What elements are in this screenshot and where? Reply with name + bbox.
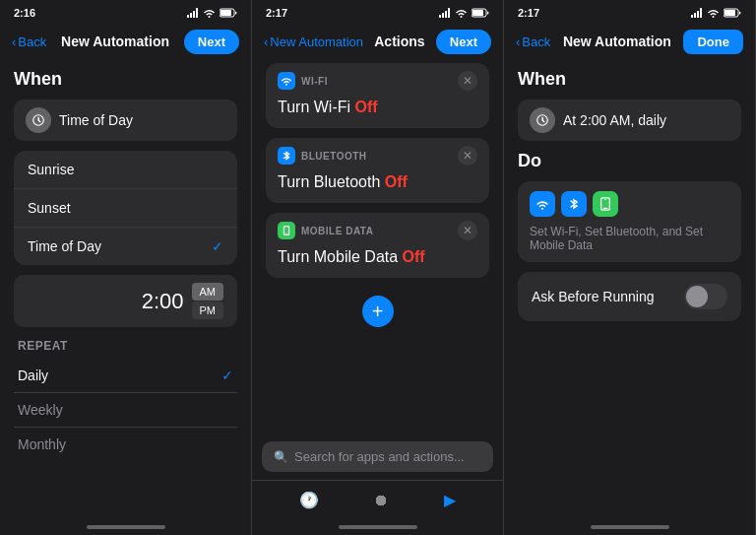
wifi-icon-2 (455, 8, 468, 18)
action-header-left-bt: BLUETOOTH (278, 147, 367, 165)
add-action-button[interactable]: + (362, 296, 394, 327)
wifi-close-button[interactable]: ✕ (458, 71, 477, 91)
dropdown-container: Sunrise Sunset Time of Day ✓ (14, 151, 237, 265)
am-button[interactable]: AM (192, 283, 224, 301)
pm-button[interactable]: PM (192, 301, 224, 319)
action-card-mobile: MOBILE DATA ✕ Turn Mobile Data Off (266, 213, 489, 278)
dropdown-item-timeofday[interactable]: Time of Day ✓ (14, 228, 237, 265)
chevron-left-icon: ‹ (12, 34, 16, 49)
add-btn-container: + (266, 288, 489, 335)
repeat-label: REPEAT (14, 339, 237, 353)
bluetooth-action-icon (278, 147, 295, 165)
clock-toolbar-icon[interactable]: 🕐 (299, 491, 319, 509)
repeat-section: REPEAT Daily ✓ Weekly Monthly (14, 339, 237, 461)
status-icons-1 (187, 8, 237, 18)
nav-bar-1: ‹ Back New Automation Next (0, 24, 251, 63)
dropdown-item-sunset[interactable]: Sunset (14, 189, 237, 228)
svg-rect-10 (448, 8, 450, 18)
wifi-off-label: Off (355, 99, 378, 115)
svg-rect-1 (190, 13, 192, 18)
back-button-2[interactable]: ‹ New Automation (264, 34, 363, 49)
svg-rect-18 (700, 8, 702, 18)
svg-rect-3 (196, 8, 198, 18)
svg-rect-9 (445, 11, 447, 18)
repeat-monthly[interactable]: Monthly (14, 428, 237, 461)
mobile-close-button[interactable]: ✕ (458, 221, 477, 240)
done-button[interactable]: Done (683, 30, 743, 54)
wifi-type-label: WI-FI (301, 76, 328, 87)
time-picker[interactable]: 2:00 AM PM (14, 275, 237, 327)
home-indicator-1 (87, 525, 165, 529)
back-button-1[interactable]: ‹ Back (12, 34, 46, 49)
status-bar-1: 2:16 (0, 0, 251, 24)
do-wifi-icon (530, 191, 555, 217)
battery-icon (220, 8, 237, 18)
status-time-2: 2:17 (266, 7, 287, 19)
do-bt-icon (561, 191, 587, 217)
battery-icon-3 (724, 8, 741, 18)
daily-check-icon: ✓ (221, 368, 233, 383)
action-body-wifi: Turn Wi-Fi Off (266, 95, 489, 128)
nav-title-1: New Automation (61, 33, 169, 49)
record-toolbar-icon[interactable]: ⏺ (373, 492, 389, 509)
screen-2-content: WI-FI ✕ Turn Wi-Fi Off BLUETOOTH ✕ (252, 63, 503, 434)
screen-3-content: When At 2:00 AM, daily Do Set Wi (504, 63, 755, 519)
search-bar[interactable]: 🔍 Search for apps and actions... (262, 441, 493, 472)
bt-off-label: Off (385, 173, 408, 190)
time-display: 2:00 (142, 289, 184, 314)
do-label: Do (518, 151, 741, 171)
svg-rect-20 (724, 10, 735, 16)
repeat-daily[interactable]: Daily ✓ (14, 359, 237, 393)
time-of-day-row[interactable]: Time of Day (14, 100, 237, 141)
ampm-container: AM PM (192, 283, 224, 319)
wifi-action-icon (278, 72, 295, 90)
svg-rect-17 (697, 11, 699, 18)
screen-1: 2:16 ‹ Back New Automation Next When Tim… (0, 0, 252, 535)
tod-icon (26, 107, 51, 133)
status-bar-3: 2:17 (504, 0, 755, 24)
battery-icon-2 (472, 8, 489, 18)
nav-center-2: Actions (374, 33, 424, 49)
svg-rect-2 (193, 11, 195, 18)
action-card-wifi: WI-FI ✕ Turn Wi-Fi Off (266, 63, 489, 128)
svg-point-23 (604, 199, 605, 200)
mobile-action-icon (278, 222, 295, 239)
status-icons-3 (691, 8, 741, 18)
action-card-bluetooth: BLUETOOTH ✕ Turn Bluetooth Off (266, 138, 489, 203)
screen-1-content: When Time of Day Sunrise Sunset Time of … (0, 63, 251, 519)
svg-rect-12 (472, 10, 483, 16)
search-icon: 🔍 (274, 450, 288, 464)
clock-icon-3 (536, 113, 549, 127)
bt-close-button[interactable]: ✕ (458, 146, 477, 166)
next-button-2[interactable]: Next (436, 30, 491, 54)
nav-title-2: Actions (374, 33, 424, 49)
bottom-toolbar: 🕐 ⏺ ▶ (252, 480, 503, 519)
tod-text: Time of Day (59, 112, 133, 128)
when-label-1: When (14, 69, 237, 90)
mobile-data-symbol (282, 225, 291, 236)
mobile-do-symbol (599, 197, 611, 211)
mobile-type-label: MOBILE DATA (301, 226, 373, 236)
action-header-mobile: MOBILE DATA ✕ (266, 213, 489, 244)
toggle-knob (686, 286, 708, 307)
chevron-left-icon-3: ‹ (516, 34, 520, 49)
action-header-wifi: WI-FI ✕ (266, 63, 489, 95)
do-mobile-icon (593, 191, 618, 217)
status-time-1: 2:16 (14, 7, 35, 19)
home-indicator-3 (591, 525, 669, 529)
back-button-3[interactable]: ‹ Back (516, 34, 550, 49)
when-label-3: When (518, 69, 741, 90)
do-card: Set Wi-Fi, Set Bluetooth, and Set Mobile… (518, 181, 741, 262)
do-description: Set Wi-Fi, Set Bluetooth, and Set Mobile… (530, 225, 729, 252)
bt-do-symbol (569, 197, 579, 211)
status-icons-2 (439, 8, 489, 18)
svg-rect-5 (220, 10, 231, 16)
abr-toggle[interactable] (684, 284, 727, 309)
when-detail-row: At 2:00 AM, daily (518, 100, 741, 141)
status-time-3: 2:17 (518, 7, 539, 19)
dropdown-item-sunrise[interactable]: Sunrise (14, 151, 237, 189)
repeat-weekly[interactable]: Weekly (14, 393, 237, 428)
svg-point-14 (285, 233, 286, 234)
play-toolbar-icon[interactable]: ▶ (444, 491, 456, 509)
next-button-1[interactable]: Next (184, 30, 239, 54)
